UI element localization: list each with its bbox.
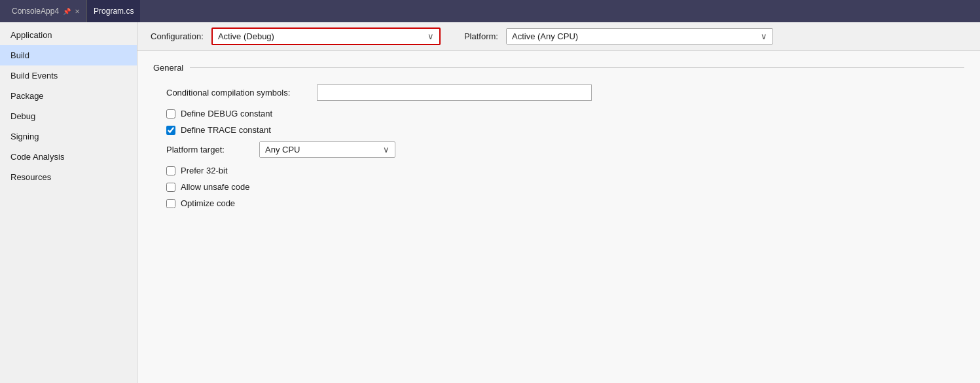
- define-debug-label[interactable]: Define DEBUG constant: [181, 109, 272, 119]
- conditional-symbols-input[interactable]: [317, 84, 592, 101]
- tab-pin-icon[interactable]: 📌: [63, 8, 71, 15]
- platform-target-select[interactable]: Any CPU x86 x64 ARM: [260, 142, 378, 157]
- sidebar-item-build-events[interactable]: Build Events: [0, 65, 137, 86]
- conditional-symbols-row: Conditional compilation symbols:: [153, 84, 964, 101]
- sidebar-item-signing[interactable]: Signing: [0, 126, 137, 147]
- platform-target-row: Platform target: Any CPU x86 x64 ARM ∨: [153, 141, 964, 158]
- config-bar: Configuration: Active (Debug) Debug Rele…: [137, 22, 980, 51]
- main-layout: Application Build Build Events Package D…: [0, 22, 980, 383]
- tab-consoleapp4[interactable]: ConsoleApp4 📌 ✕: [5, 0, 86, 22]
- platform-target-select-wrapper: Any CPU x86 x64 ARM ∨: [259, 141, 395, 158]
- platform-target-label: Platform target:: [166, 145, 251, 155]
- allow-unsafe-checkbox[interactable]: [166, 183, 175, 192]
- platform-select[interactable]: Active (Any CPU) Any CPU x86 x64: [507, 29, 755, 44]
- sidebar-item-application[interactable]: Application: [0, 25, 137, 45]
- title-bar: ConsoleApp4 📌 ✕ Program.cs: [0, 0, 980, 22]
- platform-target-dropdown-arrow: ∨: [378, 142, 395, 157]
- general-section-label: General: [153, 63, 183, 73]
- content-area: Configuration: Active (Debug) Debug Rele…: [137, 22, 980, 383]
- tab-program-cs-label: Program.cs: [94, 7, 134, 16]
- define-debug-row: Define DEBUG constant: [153, 109, 964, 119]
- configuration-dropdown-arrow: ∨: [422, 29, 439, 44]
- general-section-line: [190, 67, 964, 68]
- define-debug-checkbox[interactable]: [166, 109, 175, 119]
- sidebar-item-build[interactable]: Build: [0, 45, 137, 65]
- tab-close-icon[interactable]: ✕: [75, 8, 80, 15]
- prefer-32bit-row: Prefer 32-bit: [153, 166, 964, 175]
- build-section-content: General Conditional compilation symbols:…: [137, 51, 980, 227]
- optimize-code-row: Optimize code: [153, 198, 964, 208]
- sidebar-item-package[interactable]: Package: [0, 86, 137, 106]
- sidebar: Application Build Build Events Package D…: [0, 22, 137, 383]
- optimize-code-label[interactable]: Optimize code: [181, 198, 235, 208]
- prefer-32bit-label[interactable]: Prefer 32-bit: [181, 166, 228, 175]
- platform-label: Platform:: [464, 31, 498, 41]
- prefer-32bit-checkbox[interactable]: [166, 166, 175, 175]
- allow-unsafe-label[interactable]: Allow unsafe code: [181, 182, 250, 192]
- sidebar-item-code-analysis[interactable]: Code Analysis: [0, 147, 137, 167]
- general-section-header: General: [153, 63, 964, 73]
- define-trace-row: Define TRACE constant: [153, 125, 964, 135]
- conditional-symbols-label: Conditional compilation symbols:: [166, 88, 317, 98]
- tab-program-cs[interactable]: Program.cs: [87, 0, 140, 22]
- optimize-code-checkbox[interactable]: [166, 199, 175, 208]
- platform-select-wrapper: Active (Any CPU) Any CPU x86 x64 ∨: [506, 28, 773, 45]
- configuration-label: Configuration:: [151, 31, 204, 41]
- sidebar-item-resources[interactable]: Resources: [0, 167, 137, 187]
- sidebar-item-debug[interactable]: Debug: [0, 106, 137, 126]
- tab-consoleapp4-label: ConsoleApp4: [12, 7, 59, 16]
- platform-dropdown-arrow: ∨: [755, 29, 772, 44]
- define-trace-label[interactable]: Define TRACE constant: [181, 125, 271, 135]
- configuration-select-wrapper: Active (Debug) Debug Release All Configu…: [211, 27, 441, 45]
- define-trace-checkbox[interactable]: [166, 126, 175, 135]
- allow-unsafe-row: Allow unsafe code: [153, 182, 964, 192]
- configuration-select[interactable]: Active (Debug) Debug Release All Configu…: [213, 29, 422, 44]
